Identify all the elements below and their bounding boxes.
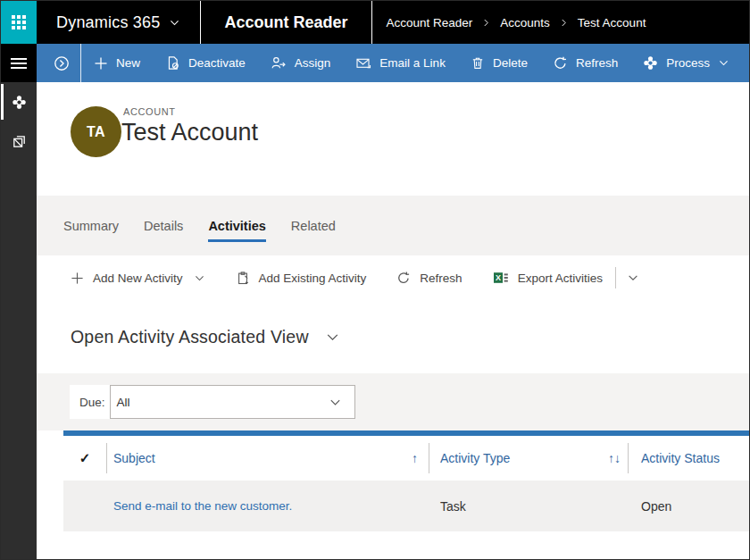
table-row[interactable]: Send e-mail to the new customer. Task Op… [63, 481, 749, 531]
due-filter-label: Due: [70, 385, 110, 419]
clipboard-edit-icon [236, 271, 250, 286]
plus-icon [71, 272, 84, 285]
dynamics-365-window: Dynamics 365 Account Reader Account Read… [0, 0, 750, 560]
divider [615, 267, 616, 288]
refresh-button[interactable]: Refresh [540, 44, 630, 82]
deactivate-button-label: Deactivate [188, 56, 246, 70]
left-navigation-rail [1, 44, 37, 559]
pinwheel-icon [12, 95, 27, 110]
waffle-icon [12, 15, 26, 29]
due-filter-dropdown[interactable]: All [110, 385, 355, 419]
app-name: Dynamics 365 [56, 13, 160, 32]
due-filter-row: Due: All [37, 373, 749, 430]
add-new-activity-button[interactable]: Add New Activity [71, 272, 205, 285]
deactivate-icon [165, 55, 180, 71]
avatar-initials: TA [87, 124, 105, 140]
cell-activity-type: Task [429, 499, 628, 514]
command-bar: New Deactivate Assign [37, 44, 749, 82]
add-new-activity-label: Add New Activity [93, 272, 183, 285]
add-existing-activity-label: Add Existing Activity [259, 272, 367, 285]
breadcrumb-item-test-account[interactable]: Test Account [578, 16, 646, 29]
chevron-down-icon [627, 272, 639, 284]
account-avatar: TA [71, 106, 121, 157]
recent-pages-icon [11, 133, 28, 150]
refresh-button-label: Refresh [576, 56, 618, 70]
select-all-checkbox[interactable]: ✓ [63, 450, 106, 466]
module-title[interactable]: Account Reader [201, 1, 371, 44]
chevron-down-icon [194, 272, 205, 284]
view-selector-row: Open Activity Associated View [37, 300, 749, 373]
refresh-activities-button[interactable]: Refresh [396, 271, 462, 285]
breadcrumb-item-accounts[interactable]: Accounts [500, 16, 550, 29]
refresh-activities-label: Refresh [420, 272, 462, 285]
refresh-icon [553, 55, 568, 71]
trash-icon [471, 55, 485, 71]
chevron-down-icon [329, 396, 342, 409]
export-activities-button[interactable]: X Export Activities [493, 271, 603, 285]
assign-button[interactable]: Assign [258, 44, 344, 82]
new-button-label: New [116, 56, 140, 70]
main-content: TA ACCOUNT Test Account Summary Details … [37, 82, 749, 559]
svg-text:X: X [496, 273, 501, 282]
toolbar-overflow-button[interactable] [627, 272, 639, 284]
refresh-icon [396, 271, 411, 285]
circle-chevron-right-icon [54, 55, 70, 71]
due-filter-value: All [117, 396, 130, 409]
record-title: Test Account [121, 119, 258, 146]
plus-icon [94, 56, 108, 71]
app-launcher-button[interactable] [1, 1, 37, 44]
tab-activities[interactable]: Activities [208, 210, 265, 242]
check-icon: ✓ [79, 450, 91, 466]
cell-activity-status: Open [629, 499, 749, 514]
breadcrumb: Account Reader Accounts Test Account [372, 1, 650, 44]
app-switcher[interactable]: Dynamics 365 [37, 1, 200, 44]
excel-export-icon: X [493, 271, 509, 285]
site-map-menu-button[interactable] [1, 44, 37, 82]
grid-header-row: ✓ Subject ↑ Activity Type ↑↓ Activity St… [63, 436, 749, 481]
tab-related[interactable]: Related [291, 210, 336, 242]
delete-button[interactable]: Delete [458, 44, 540, 82]
process-pinwheel-icon [643, 55, 658, 71]
tab-summary[interactable]: Summary [63, 210, 119, 242]
column-header-activity-type[interactable]: Activity Type ↑↓ [429, 451, 628, 465]
record-tabs: Summary Details Activities Related [37, 196, 749, 255]
rail-item-recent[interactable] [1, 121, 37, 161]
delete-button-label: Delete [493, 56, 528, 70]
view-selector[interactable]: Open Activity Associated View [71, 327, 309, 347]
chevron-down-icon [169, 17, 180, 29]
email-a-link-button-label: Email a Link [379, 56, 446, 70]
column-header-subject[interactable]: Subject ↑ [107, 451, 429, 465]
rail-item-home[interactable] [1, 82, 37, 121]
chevron-right-icon [559, 18, 569, 28]
export-activities-label: Export Activities [518, 272, 603, 285]
tab-details[interactable]: Details [144, 210, 183, 242]
record-header: TA ACCOUNT Test Account [37, 82, 749, 196]
column-header-activity-status[interactable]: Activity Status [629, 451, 749, 465]
hamburger-icon [11, 55, 27, 71]
email-link-icon [355, 56, 371, 71]
activities-toolbar: Add New Activity Add Existing Activity [37, 255, 749, 300]
activities-grid: ✓ Subject ↑ Activity Type ↑↓ Activity St… [63, 430, 749, 531]
assign-person-icon [271, 55, 287, 71]
process-button-label: Process [666, 56, 710, 70]
deactivate-button[interactable]: Deactivate [153, 44, 258, 82]
new-button[interactable]: New [81, 44, 153, 82]
entity-type-label: ACCOUNT [123, 106, 176, 117]
add-existing-activity-button[interactable]: Add Existing Activity [236, 271, 367, 286]
assign-button-label: Assign [295, 56, 331, 70]
sort-both-icon[interactable]: ↑↓ [608, 451, 621, 465]
process-button[interactable]: Process [630, 44, 742, 82]
sort-ascending-icon[interactable]: ↑ [412, 451, 418, 465]
subject-link[interactable]: Send e-mail to the new customer. [113, 499, 292, 513]
record-set-navigator-button[interactable] [37, 55, 80, 71]
chevron-down-icon[interactable] [325, 330, 340, 345]
cell-subject: Send e-mail to the new customer. [107, 499, 429, 513]
chevron-down-icon [718, 57, 729, 69]
email-a-link-button[interactable]: Email a Link [343, 44, 458, 82]
top-navigation-bar: Dynamics 365 Account Reader Account Read… [1, 1, 749, 44]
chevron-right-icon [481, 18, 491, 28]
breadcrumb-item-account-reader[interactable]: Account Reader [387, 16, 473, 29]
